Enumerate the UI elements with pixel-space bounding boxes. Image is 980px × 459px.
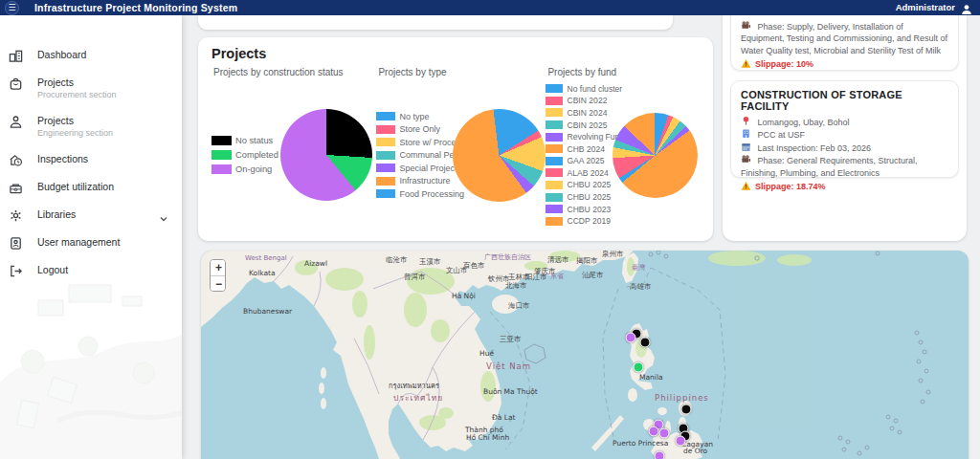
sidebar-item-inspections[interactable]: Inspections (0, 146, 182, 174)
chart-projects-by-fund: Projects by fundNo fund clusterCBIN 2022… (546, 65, 702, 230)
sidebar-item-label: Projects (37, 115, 113, 127)
sidebar-item-dashboard[interactable]: Dashboard (0, 42, 182, 70)
map-label-kolkata: Kolkata (249, 269, 276, 277)
legend-swatch (546, 205, 563, 213)
map-marker-on-going[interactable] (655, 451, 665, 459)
legend-item-chbu-2025[interactable]: CHBU 2025 (546, 180, 612, 189)
legend-label: CBIN 2022 (567, 96, 607, 105)
legend-item-infrastructure[interactable]: Infrastructure (376, 176, 453, 186)
legend-label: CHBU 2025 (567, 192, 611, 202)
legend-swatch (376, 112, 395, 120)
legend-swatch (546, 133, 563, 142)
project-detail-line: Phase: General Requirements, Structural,… (741, 154, 948, 179)
legend-swatch (376, 177, 395, 186)
map-label-: 阳江市 (525, 273, 547, 281)
legend-item-no-type[interactable]: No type (376, 112, 453, 121)
legend-swatch (376, 164, 395, 172)
legend-item-cbin-2025[interactable]: CBIN 2025 (546, 120, 612, 130)
map-label-vi-t-nam: Việt Nam (486, 361, 531, 371)
map-label-: กรุงเทพมหานคร (389, 382, 439, 390)
map-marker-on-going[interactable] (626, 333, 636, 343)
sidebar-item-sublabel: Engineering section (37, 128, 113, 140)
legend-item-cbin-2024[interactable]: CBIN 2024 (546, 108, 612, 118)
sidebar-item-user-management[interactable]: User management (0, 230, 182, 257)
chart-title: Projects by construction status (213, 67, 376, 77)
warning-icon (741, 181, 751, 191)
map-marker-completed[interactable] (634, 362, 644, 373)
map-label-: 广西壮族自治区 (484, 253, 531, 261)
legend-swatch (546, 120, 563, 129)
legend-item-store-w-process[interactable]: Store w/ Process (376, 138, 453, 147)
map-marker-no-status[interactable] (640, 338, 651, 348)
legend-item-chbu-2025[interactable]: CHBU 2025 (546, 192, 612, 202)
map-label-: 汕尾市 (582, 271, 604, 279)
pie-projects-by-fund[interactable] (612, 113, 698, 198)
legend-item-alab-2024[interactable]: ALAB 2024 (546, 168, 612, 178)
map-marker-on-going[interactable] (676, 436, 686, 447)
map-label-puerto-princesa: Puerto Princesa (612, 439, 668, 448)
legend-item-on-going[interactable]: On-going (212, 164, 280, 174)
legend-item-no-status[interactable]: No status (212, 136, 280, 145)
map-label-: 玉溪市 (419, 257, 441, 266)
map-label-: 泉州市 (602, 251, 624, 258)
legend-item-chb-2024[interactable]: CHB 2024 (546, 144, 612, 154)
chart-title: Projects by type (378, 67, 546, 77)
legend-label: CCDP 2019 (567, 216, 611, 226)
pie-projects-by-type[interactable] (453, 109, 546, 202)
user-name-label[interactable]: Administrator (896, 0, 955, 15)
map-label-west-bengal: West Bengal (245, 254, 287, 262)
legend-item-ccdp-2019[interactable]: CCDP 2019 (546, 216, 612, 226)
map-zoom-control: + − (210, 259, 226, 292)
projects-map[interactable]: West BengalKolkataAizawlBhubaneswar临沧市玉溪… (201, 251, 969, 459)
legend-item-food-processing[interactable]: Food Processing (376, 189, 453, 199)
sidebar-item-budget-utilization[interactable]: Budget utilization (0, 174, 182, 202)
legend-label: CHB 2024 (567, 144, 605, 154)
map-label-manila: Manila (639, 373, 663, 382)
legend-item-revolving-fund[interactable]: Revolving Fund (546, 132, 612, 142)
slippage-line: Slippage: 10% (741, 58, 948, 69)
legend-item-no-fund-cluster[interactable]: No fund cluster (546, 84, 612, 94)
sidebar-item-projects-procurement-section[interactable]: ProjectsProcurement section (0, 70, 182, 108)
zoom-in-button[interactable]: + (211, 260, 226, 275)
zoom-out-button[interactable]: − (211, 275, 226, 291)
legend-swatch (376, 138, 395, 146)
map-label-l-t: Đà Lạt (492, 413, 516, 422)
legend-item-special-project[interactable]: Special Project (376, 164, 453, 173)
user-avatar-icon[interactable] (961, 2, 972, 19)
legend-item-gaa-2025[interactable]: GAA 2025 (546, 156, 612, 165)
map-marker-on-going[interactable] (649, 426, 659, 437)
legend-item-chbu-2023[interactable]: CHBU 2023 (546, 205, 612, 214)
legend-label: No type (399, 112, 429, 121)
project-detail-line: Lomangog, Ubay, Bohol (741, 116, 948, 128)
pie-projects-by-construction-status[interactable] (280, 109, 372, 201)
map-label-: 清远市 (547, 255, 569, 264)
sidebar-item-label: Libraries (37, 208, 76, 221)
sidebar-item-label: Dashboard (37, 49, 86, 61)
hamburger-menu-button[interactable]: ☰ (5, 1, 19, 15)
map-marker-no-status[interactable] (681, 404, 692, 415)
legend-item-communal-pen[interactable]: Communal Pen ( (376, 150, 453, 160)
sidebar-item-label: Inspections (37, 153, 88, 165)
sidebar-item-libraries[interactable]: Libraries (0, 202, 182, 230)
sidebar-item-projects-engineering-section[interactable]: ProjectsEngineering section (0, 108, 182, 146)
project-detail-text: Phase: Supply, Delivery, Installation of… (741, 22, 947, 55)
project-card-partial[interactable]: Phase: Supply, Delivery, Installation of… (730, 15, 959, 71)
budget-icon (9, 181, 23, 195)
project-card-title: CONSTRUCTION OF STORAGE FACILITY (741, 89, 948, 112)
map-marker-on-going[interactable] (659, 428, 670, 439)
map-label-hu: Huế (479, 349, 494, 358)
legend-label: No status (235, 136, 273, 145)
map-label-: 三亚市 (500, 335, 522, 343)
legend-swatch (546, 193, 563, 202)
map-label-aizawl: Aizawl (304, 259, 327, 268)
legend-item-completed[interactable]: Completed (212, 150, 280, 160)
project-card-construction-of-storage-facility[interactable]: CONSTRUCTION OF STORAGE FACILITY Lomango… (730, 80, 959, 178)
legend-item-cbin-2022[interactable]: CBIN 2022 (546, 96, 612, 105)
legend-label: Food Processing (399, 189, 464, 199)
procurement-bag-icon (9, 76, 23, 91)
legend-label: Store Only (399, 124, 440, 134)
slippage-value: Slippage: 18.74% (755, 182, 826, 191)
chart-legend: No typeStore OnlyStore w/ ProcessCommuna… (376, 112, 453, 199)
legend-label: Special Project (399, 164, 457, 173)
legend-item-store-only[interactable]: Store Only (376, 124, 453, 134)
